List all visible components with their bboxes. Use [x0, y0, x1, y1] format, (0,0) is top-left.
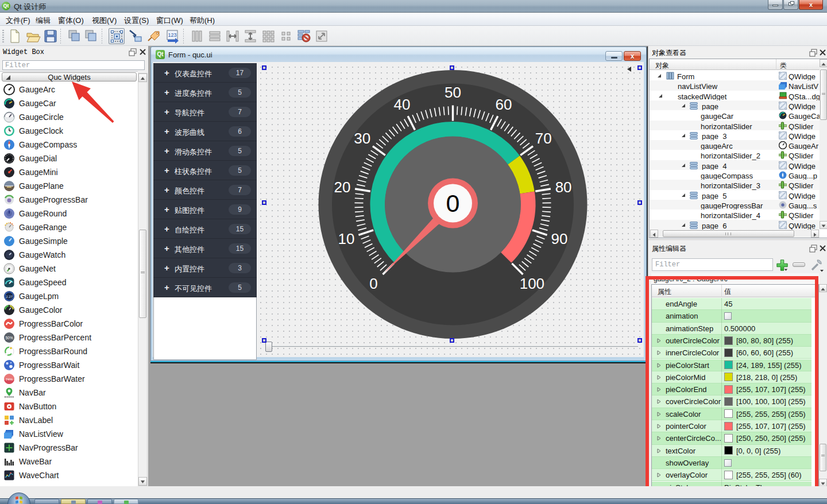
svg-text:2.27: 2.27 — [6, 295, 13, 298]
svg-text:60: 60 — [496, 96, 512, 113]
svg-text:0: 0 — [369, 275, 377, 292]
svg-text:50%: 50% — [5, 336, 13, 340]
svg-text:90: 90 — [551, 230, 568, 247]
svg-text:80: 80 — [555, 179, 572, 196]
svg-text:100: 100 — [520, 275, 544, 292]
svg-text:123: 123 — [168, 32, 176, 38]
svg-text:70: 70 — [535, 130, 552, 147]
svg-text:40: 40 — [394, 96, 411, 113]
svg-text:30: 30 — [354, 130, 370, 147]
svg-text:74%: 74% — [6, 378, 13, 381]
svg-text:10: 10 — [338, 230, 355, 247]
svg-text:20: 20 — [334, 179, 350, 196]
svg-text:0: 0 — [446, 189, 460, 217]
svg-text:50: 50 — [445, 84, 461, 101]
